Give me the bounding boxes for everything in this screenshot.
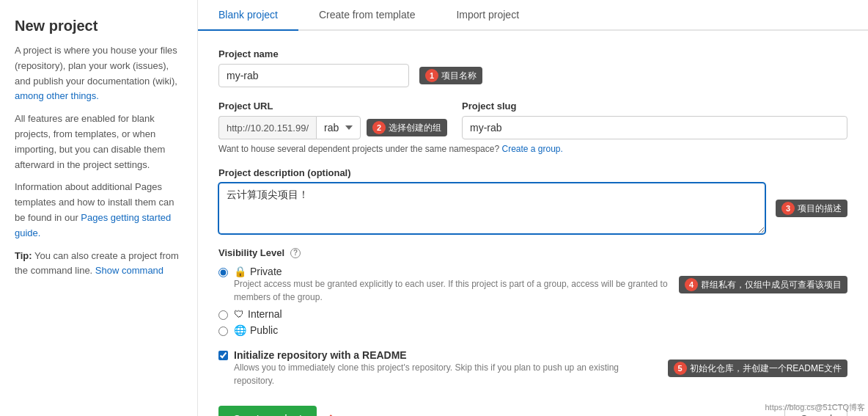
- project-name-input[interactable]: [218, 64, 409, 87]
- url-left: Project URL http://10.20.151.99/ rab 2 选…: [218, 101, 447, 139]
- annotation-4: 4 群组私有，仅组中成员可查看该项目: [679, 276, 847, 293]
- description-textarea[interactable]: [218, 183, 765, 234]
- url-slug-group: Project slug: [462, 101, 847, 139]
- badge-3: 3: [781, 202, 795, 215]
- visibility-internal-label-wrap: 🛡 Internal: [234, 308, 282, 320]
- create-btn-area: Create project ➜: [218, 406, 336, 416]
- annotation-2: 2 选择创建的组: [367, 119, 447, 136]
- action-row: Create project ➜ Cancel: [218, 405, 847, 416]
- visibility-private-desc: Project access must be granted explicitl…: [234, 277, 669, 304]
- arrow-icon: ➜: [323, 409, 336, 416]
- tab-blank-project[interactable]: Blank project: [198, 0, 298, 31]
- sidebar-para3: Information about additional Pages templ…: [15, 180, 183, 241]
- annotation-5: 5 初始化仓库，并创建一个README文件: [668, 360, 847, 377]
- init-readme-label: Initialize repository with a README: [234, 349, 658, 361]
- visibility-help-icon[interactable]: ?: [290, 248, 301, 258]
- init-readme-desc: Allows you to immediately clone this pro…: [234, 361, 658, 387]
- namespace-hint: Want to house several dependent projects…: [218, 144, 847, 154]
- init-readme-checkbox[interactable]: [218, 351, 228, 360]
- visibility-internal-radio[interactable]: [218, 310, 228, 320]
- sidebar-link-other-things[interactable]: among other things.: [15, 90, 99, 101]
- visibility-private-name: 🔒 Private: [234, 266, 669, 277]
- visibility-public-name: 🌐 Public: [234, 324, 278, 336]
- tab-create-from-template[interactable]: Create from template: [298, 0, 436, 31]
- project-slug-label: Project slug: [462, 101, 847, 112]
- main-content: Blank project Create from template Impor…: [198, 0, 868, 416]
- sidebar-para1: A project is where you house your files …: [15, 43, 183, 104]
- project-url-group: Project URL http://10.20.151.99/ rab 2 选…: [218, 101, 847, 154]
- visibility-internal-name: 🛡 Internal: [234, 308, 282, 320]
- project-url-label: Project URL: [218, 101, 447, 112]
- badge-2: 2: [372, 121, 386, 134]
- create-group-link[interactable]: Create a group.: [501, 144, 562, 154]
- project-name-group: Project name 1 项目名称: [218, 48, 847, 87]
- project-name-label: Project name: [218, 48, 847, 59]
- visibility-internal-item: 🛡 Internal: [218, 308, 847, 320]
- url-group-select[interactable]: rab: [316, 116, 361, 139]
- init-readme-row: Initialize repository with a README Allo…: [218, 349, 847, 387]
- url-row-wrapper: Project URL http://10.20.151.99/ rab 2 选…: [218, 101, 847, 139]
- sidebar: New project A project is where you house…: [0, 0, 198, 416]
- badge-5: 5: [674, 362, 687, 375]
- annotation-1: 1 项目名称: [419, 67, 482, 84]
- badge-1: 1: [425, 69, 438, 82]
- visibility-private-item: 🔒 Private Project access must be granted…: [218, 266, 669, 304]
- tab-import-project[interactable]: Import project: [435, 0, 540, 31]
- visibility-radio-group: 🔒 Private Project access must be granted…: [218, 266, 847, 336]
- init-readme-area: Initialize repository with a README Allo…: [218, 349, 847, 387]
- tab-bar: Blank project Create from template Impor…: [198, 0, 868, 31]
- watermark: https://blog.cs@51CTQ博客: [765, 402, 866, 413]
- visibility-public-label-wrap: 🌐 Public: [234, 324, 278, 336]
- visibility-group: Visibility Level ? 🔒 Private Project acc…: [218, 247, 847, 336]
- description-label: Project description (optional): [218, 167, 847, 178]
- project-name-row: 1 项目名称: [218, 64, 847, 87]
- url-prefix: http://10.20.151.99/: [218, 116, 316, 139]
- sidebar-title: New project: [15, 18, 183, 34]
- init-readme-label-wrap: Initialize repository with a README Allo…: [234, 349, 658, 387]
- create-project-button[interactable]: Create project: [218, 406, 317, 416]
- visibility-private-row: 🔒 Private Project access must be granted…: [218, 266, 847, 304]
- sidebar-para2: All features are enabled for blank proje…: [15, 112, 183, 172]
- badge-4: 4: [685, 278, 698, 291]
- sidebar-tip: Tip: You can also create a project from …: [15, 249, 183, 280]
- visibility-private-radio[interactable]: [218, 268, 228, 277]
- blank-project-form: Project name 1 项目名称 Project URL http://1…: [198, 31, 868, 416]
- project-slug-input[interactable]: [462, 116, 847, 139]
- visibility-public-item: 🌐 Public: [218, 324, 847, 336]
- visibility-title: Visibility Level ?: [218, 247, 847, 258]
- url-input-row: http://10.20.151.99/ rab 2 选择创建的组: [218, 116, 447, 139]
- visibility-private-label-wrap: 🔒 Private Project access must be granted…: [234, 266, 669, 304]
- visibility-public-radio[interactable]: [218, 326, 228, 336]
- init-readme-checkbox-item: Initialize repository with a README Allo…: [218, 349, 658, 387]
- description-group: Project description (optional) 3 项目的描述: [218, 167, 847, 234]
- annotation-3: 3 项目的描述: [776, 200, 847, 217]
- sidebar-link-show-command[interactable]: Show command: [95, 265, 163, 276]
